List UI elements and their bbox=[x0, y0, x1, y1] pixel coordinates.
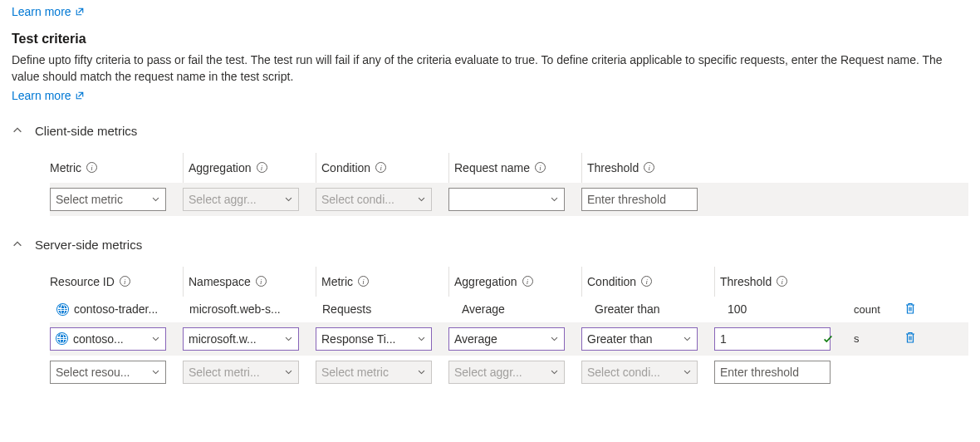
chevron-down-icon bbox=[683, 334, 692, 343]
server-header-row: Resource ID i Namespace i Metric i Aggre… bbox=[50, 267, 968, 297]
external-link-icon bbox=[75, 91, 85, 101]
trash-icon bbox=[904, 331, 917, 344]
col-condition: Condition i bbox=[316, 153, 448, 183]
col-threshold: Threshold i bbox=[581, 153, 714, 183]
metric-select[interactable]: Select metric bbox=[50, 188, 166, 211]
server-metrics-title: Server-side metrics bbox=[35, 238, 142, 252]
chevron-down-icon bbox=[683, 367, 692, 376]
col-metric: Metric i bbox=[50, 153, 183, 183]
svg-point-0 bbox=[56, 303, 69, 316]
aggregation-select: Select aggr... bbox=[448, 361, 565, 384]
external-link-icon bbox=[75, 7, 85, 17]
col-aggregation: Aggregation i bbox=[448, 267, 581, 297]
col-namespace: Namespace i bbox=[183, 267, 316, 297]
svg-point-1 bbox=[56, 332, 68, 345]
chevron-down-icon bbox=[284, 334, 293, 343]
globe-icon bbox=[56, 332, 68, 345]
globe-icon bbox=[56, 303, 69, 316]
resource-value: contoso-trader... bbox=[50, 302, 166, 316]
client-metrics-toggle[interactable]: Client-side metrics bbox=[12, 124, 968, 138]
chevron-down-icon bbox=[151, 367, 160, 376]
aggregation-select: Select aggr... bbox=[183, 188, 299, 211]
delete-row-button[interactable] bbox=[897, 302, 930, 317]
server-metrics-toggle[interactable]: Server-side metrics bbox=[12, 238, 968, 252]
namespace-value: microsoft.web-s... bbox=[183, 302, 299, 316]
metric-select[interactable]: Response Ti... bbox=[316, 327, 432, 351]
client-metrics-title: Client-side metrics bbox=[35, 124, 137, 138]
server-row: contoso... microsoft.w... Response Ti...… bbox=[50, 322, 968, 356]
resource-select[interactable]: contoso... bbox=[50, 327, 166, 351]
chevron-down-icon bbox=[417, 334, 426, 343]
info-icon[interactable]: i bbox=[641, 276, 652, 287]
col-request-name: Request name i bbox=[448, 153, 581, 183]
metric-select: Select metric bbox=[316, 361, 432, 384]
page-description: Define upto fifty criteria to pass or fa… bbox=[12, 52, 968, 86]
info-icon[interactable]: i bbox=[375, 162, 386, 173]
chevron-down-icon bbox=[550, 367, 559, 376]
info-icon[interactable]: i bbox=[358, 276, 369, 287]
namespace-select[interactable]: microsoft.w... bbox=[183, 327, 299, 351]
chevron-up-icon bbox=[12, 238, 23, 250]
info-icon[interactable]: i bbox=[257, 162, 267, 173]
info-icon[interactable]: i bbox=[644, 162, 654, 173]
chevron-up-icon bbox=[12, 125, 23, 136]
unit-value: s bbox=[847, 332, 897, 345]
threshold-input[interactable] bbox=[714, 361, 831, 384]
page-title: Test criteria bbox=[12, 32, 968, 47]
namespace-select: Select metri... bbox=[183, 361, 299, 384]
info-icon[interactable]: i bbox=[522, 276, 533, 287]
chevron-down-icon bbox=[550, 334, 559, 343]
condition-select: Select condi... bbox=[581, 361, 698, 384]
col-aggregation: Aggregation i bbox=[183, 153, 316, 183]
info-icon[interactable]: i bbox=[120, 276, 130, 287]
server-row: contoso-trader... microsoft.web-s... Req… bbox=[50, 297, 968, 322]
chevron-down-icon bbox=[417, 367, 426, 376]
server-metrics-grid: Resource ID i Namespace i Metric i Aggre… bbox=[50, 267, 968, 389]
info-icon[interactable]: i bbox=[86, 162, 97, 173]
info-icon[interactable]: i bbox=[256, 276, 267, 287]
trash-icon bbox=[904, 302, 917, 315]
info-icon[interactable]: i bbox=[535, 162, 546, 173]
condition-select: Select condi... bbox=[316, 188, 432, 211]
chevron-down-icon bbox=[417, 194, 426, 204]
unit-value: count bbox=[847, 303, 897, 316]
client-row: Select metric Select aggr... Select cond… bbox=[50, 183, 968, 216]
col-condition: Condition i bbox=[581, 267, 714, 297]
metric-value: Requests bbox=[316, 302, 432, 316]
col-threshold: Threshold i bbox=[714, 267, 847, 297]
link-label: Learn more bbox=[12, 5, 71, 18]
client-metrics-grid: Metric i Aggregation i Condition i Reque… bbox=[50, 153, 968, 216]
chevron-down-icon bbox=[151, 194, 160, 204]
server-row: Select resou... Select metri... Select m… bbox=[50, 356, 968, 389]
threshold-input[interactable] bbox=[714, 327, 831, 351]
threshold-value: 100 bbox=[714, 302, 831, 316]
delete-row-button[interactable] bbox=[897, 331, 930, 346]
col-resource: Resource ID i bbox=[50, 267, 183, 297]
threshold-input[interactable] bbox=[581, 188, 698, 211]
condition-value: Greater than bbox=[581, 302, 698, 316]
link-label: Learn more bbox=[12, 89, 71, 102]
chevron-down-icon bbox=[284, 367, 293, 376]
resource-select[interactable]: Select resou... bbox=[50, 361, 166, 384]
learn-more-link-top[interactable]: Learn more bbox=[12, 5, 85, 18]
col-metric: Metric i bbox=[316, 267, 448, 297]
chevron-down-icon bbox=[550, 194, 559, 204]
learn-more-link-desc[interactable]: Learn more bbox=[12, 89, 85, 102]
chevron-down-icon bbox=[151, 334, 160, 343]
chevron-down-icon bbox=[284, 194, 293, 204]
client-header-row: Metric i Aggregation i Condition i Reque… bbox=[50, 153, 968, 183]
condition-select[interactable]: Greater than bbox=[581, 327, 698, 351]
aggregation-value: Average bbox=[448, 302, 565, 316]
info-icon[interactable]: i bbox=[777, 276, 787, 287]
aggregation-select[interactable]: Average bbox=[448, 327, 565, 351]
request-name-select[interactable] bbox=[448, 188, 565, 211]
